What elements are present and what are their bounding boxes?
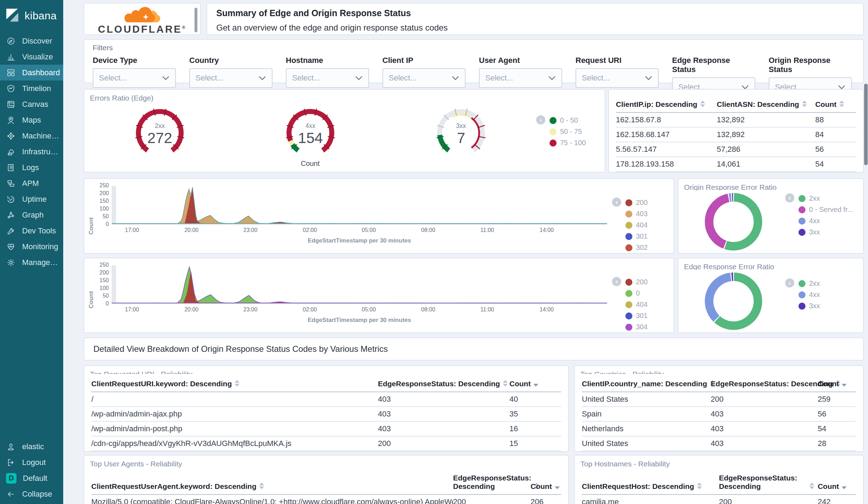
column-header-count[interactable]: Count bbox=[818, 377, 856, 392]
panel-scrollbar[interactable] bbox=[195, 8, 197, 32]
table-cell: 403 bbox=[711, 437, 818, 451]
chevron-down-icon bbox=[258, 73, 266, 83]
legend-item-200[interactable]: ›200 bbox=[612, 278, 673, 286]
column-header-edgeresponsestatus-descending[interactable]: EdgeResponseStatus: Descending bbox=[378, 377, 509, 392]
scrollbar-thumb[interactable] bbox=[864, 84, 868, 165]
legend-item-403[interactable]: 403 bbox=[612, 210, 673, 218]
column-header-edgeresponsestatus-descending[interactable]: EdgeResponseStatus: Descending bbox=[711, 377, 818, 392]
x-axis-tick: 23:00 bbox=[243, 306, 257, 313]
legend-item-4xx[interactable]: 4xx bbox=[785, 291, 820, 299]
markdown-text: Detailed View Breakdown of Origin Respon… bbox=[93, 344, 388, 354]
legend-item-3xx[interactable]: 3xx bbox=[785, 228, 853, 236]
table-cell: /wp-admin/admin-ajax.php bbox=[91, 407, 378, 422]
top-client-ips-panel: Top Client IPs and AS Number - Reliabili… bbox=[608, 89, 864, 173]
legend-toggle-icon[interactable]: › bbox=[612, 198, 621, 207]
kibana-logo[interactable]: kibana bbox=[0, 0, 63, 33]
filter-label: Country bbox=[189, 56, 272, 65]
x-axis-tick: 20:00 bbox=[184, 227, 198, 233]
sidebar-item-graph[interactable]: Graph bbox=[0, 207, 63, 223]
sidebar-item-default[interactable]: DDefault bbox=[0, 470, 63, 486]
filter-user-agent-select[interactable]: Select... bbox=[479, 68, 562, 88]
sidebar-item-maps[interactable]: Maps bbox=[0, 112, 63, 128]
sidebar-item-infrastructure[interactable]: Infrastructure bbox=[0, 144, 63, 160]
legend-item-0[interactable]: 0 bbox=[612, 289, 673, 297]
legend-label: 0 - Served fr... bbox=[809, 206, 853, 214]
column-header-edgeresponsestatus-descending[interactable]: EdgeResponseStatus: Descending bbox=[453, 471, 531, 495]
table-cell: Mozilla/5.0 (compatible; CloudFlare-Alwa… bbox=[91, 495, 453, 504]
legend-item-301[interactable]: 301 bbox=[612, 312, 673, 320]
table-row: /wp-admin/admin-ajax.php40335 bbox=[91, 407, 561, 422]
sidebar-item-management[interactable]: Management bbox=[0, 254, 63, 270]
legend-toggle-icon[interactable]: › bbox=[785, 278, 794, 287]
column-header-clientrequesturi-keyword-descending[interactable]: ClientRequestURI.keyword: Descending bbox=[91, 377, 378, 392]
legend-item-50-75[interactable]: 50 - 75 bbox=[536, 128, 605, 136]
sidebar-item-monitoring[interactable]: Monitoring bbox=[0, 239, 63, 254]
filter-hostname-select[interactable]: Select... bbox=[286, 68, 369, 88]
table-cell: 15 bbox=[509, 437, 561, 451]
sidebar-footer: elasticLogoutDDefaultCollapse bbox=[0, 439, 63, 504]
sidebar-item-logout[interactable]: Logout bbox=[0, 454, 63, 470]
filter-request-uri-select[interactable]: Select... bbox=[576, 68, 659, 88]
y-axis-title: Count bbox=[86, 265, 96, 333]
table-cell: / bbox=[91, 392, 378, 407]
legend-item-3xx[interactable]: 3xx bbox=[785, 302, 820, 310]
table-row: Mozilla/5.0 (compatible; CloudFlare-Alwa… bbox=[91, 495, 561, 504]
area-chart-plot[interactable] bbox=[112, 186, 607, 225]
legend-toggle-icon[interactable]: › bbox=[536, 115, 545, 124]
column-header-count[interactable]: Count bbox=[818, 471, 856, 495]
column-header-clientip-ip-descending[interactable]: ClientIP.ip: Descending bbox=[616, 97, 717, 113]
area-chart-plot[interactable] bbox=[112, 265, 607, 304]
legend-item-301[interactable]: 301 bbox=[612, 232, 673, 240]
sidebar-item-dashboard[interactable]: Dashboard bbox=[0, 65, 63, 80]
column-header-clientasn-descending[interactable]: ClientASN: Descending bbox=[717, 97, 815, 113]
sidebar-item-collapse[interactable]: Collapse bbox=[0, 486, 63, 502]
sidebar-item-machine-le[interactable]: Machine Le... bbox=[0, 128, 63, 144]
sidebar-item-logs[interactable]: Logs bbox=[0, 160, 63, 175]
legend-label: 302 bbox=[636, 244, 647, 252]
filter-country-select[interactable]: Select... bbox=[189, 68, 272, 88]
legend-item-4xx[interactable]: 4xx bbox=[785, 217, 853, 225]
page-scrollbar[interactable] bbox=[864, 0, 868, 504]
filter-device-type-select[interactable]: Select... bbox=[93, 68, 176, 88]
legend-color-dot bbox=[625, 222, 632, 229]
column-header-count[interactable]: Count bbox=[815, 97, 856, 113]
legend-item-302[interactable]: 302 bbox=[612, 244, 673, 252]
legend-item-0-50[interactable]: ›0 - 50 bbox=[536, 116, 605, 124]
sidebar-item-uptime[interactable]: Uptime bbox=[0, 191, 63, 207]
legend-item-404[interactable]: 404 bbox=[612, 301, 673, 309]
legend-toggle-icon[interactable]: › bbox=[612, 277, 621, 286]
legend-item-0-served-fr[interactable]: 0 - Served fr... bbox=[785, 206, 853, 214]
donut-chart[interactable] bbox=[702, 190, 765, 253]
table-cell: 28 bbox=[818, 437, 856, 451]
column-header-count[interactable]: Count bbox=[509, 377, 561, 392]
legend-item-404[interactable]: 404 bbox=[612, 221, 673, 229]
table-cell: camilia.me bbox=[582, 495, 719, 504]
legend-item-200[interactable]: ›200 bbox=[612, 199, 673, 207]
sidebar-item-discover[interactable]: Discover bbox=[0, 33, 63, 49]
sidebar-item-timelion[interactable]: Timelion bbox=[0, 80, 63, 96]
sidebar-item-elastic[interactable]: elastic bbox=[0, 439, 63, 454]
legend-item-2xx[interactable]: ›2xx bbox=[785, 194, 853, 202]
sidebar-item-apm[interactable]: APM bbox=[0, 175, 63, 191]
legend-toggle-icon[interactable]: › bbox=[785, 193, 794, 202]
filter-client-ip-select[interactable]: Select... bbox=[382, 68, 466, 88]
markdown-panel: Detailed View Breakdown of Origin Respon… bbox=[84, 337, 864, 361]
legend-item-2xx[interactable]: ›2xx bbox=[785, 279, 820, 287]
y-axis-tick: 150 bbox=[99, 277, 109, 284]
legend-label: 200 bbox=[636, 199, 647, 207]
dashboard-header-panel: Summary of Edge and Origin Response Stat… bbox=[206, 3, 864, 35]
column-header-clientrequesthost-descending[interactable]: ClientRequestHost: Descending bbox=[582, 471, 719, 495]
column-header-count[interactable]: Count bbox=[531, 471, 561, 495]
column-header-edgeresponsestatus-descending[interactable]: EdgeResponseStatus: Descending bbox=[719, 471, 818, 495]
column-header-clientip-country-name-descending[interactable]: ClientIP.country_name: Descending bbox=[582, 377, 711, 392]
legend-item-304[interactable]: 304 bbox=[612, 323, 673, 331]
table-cell: 206 bbox=[531, 495, 561, 504]
sidebar-item-dev-tools[interactable]: Dev Tools bbox=[0, 223, 63, 239]
legend-item-75-100[interactable]: 75 - 100 bbox=[536, 139, 605, 147]
column-header-clientrequestuseragent-keyword-descending[interactable]: ClientRequestUserAgent.keyword: Descendi… bbox=[91, 471, 453, 495]
x-axis-labels: 17:0020:0023:0002:0005:0008:0011:0014:00 bbox=[112, 227, 607, 235]
table-cell: United States bbox=[582, 437, 711, 451]
sidebar-item-visualize[interactable]: Visualize bbox=[0, 49, 63, 65]
donut-chart[interactable] bbox=[702, 270, 765, 332]
sidebar-item-canvas[interactable]: Canvas bbox=[0, 96, 63, 112]
